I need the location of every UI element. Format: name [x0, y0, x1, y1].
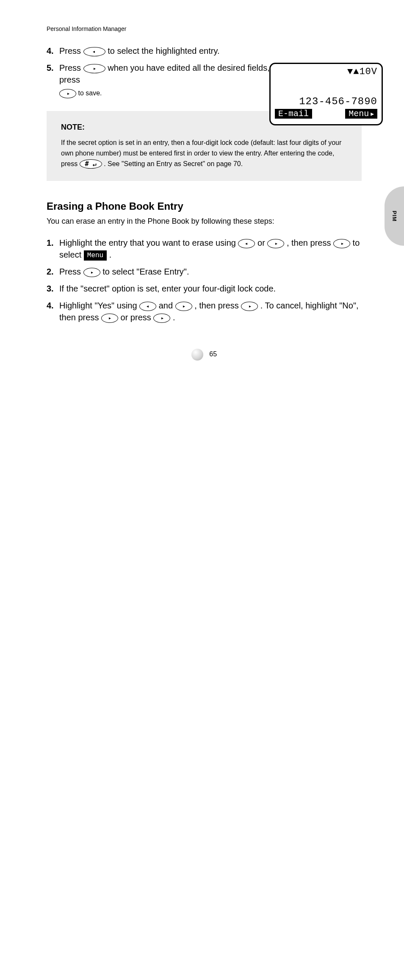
erase-step-4: 4. Highlight "Yes" using and , then pres… [47, 300, 362, 323]
page-dot-icon [191, 349, 203, 361]
menu-softkey-label: Menu [84, 250, 107, 261]
step-number: 5. [47, 62, 59, 98]
select-button-icon [241, 302, 258, 311]
lcd-screen: ▼▲10V 123-456-7890 E-mail Menu▶ [269, 63, 383, 125]
select-button-icon [101, 314, 118, 323]
step-text: , then press [194, 301, 241, 310]
step-text: Highlight "Yes" using [59, 301, 139, 310]
page-header: Personal Information Manager [47, 25, 362, 32]
page-number: 65 [47, 349, 362, 361]
down-button-icon [267, 239, 284, 248]
lcd-softkey-right: Menu▶ [345, 109, 377, 119]
step-number: 4. [47, 300, 59, 323]
lcd-indicator: ▼▲10V [275, 67, 377, 77]
done-button-icon [59, 89, 76, 98]
step-text: to select the highlighted entry. [108, 46, 219, 56]
up-button-icon [238, 239, 255, 248]
section-title-erase: Erasing a Phone Book Entry [47, 200, 362, 212]
up-button-icon [139, 302, 156, 311]
step-text: Press [59, 63, 83, 72]
erase-step-1: 1. Highlight the entry that you want to … [47, 237, 362, 261]
step-text: Press [59, 46, 83, 56]
step-number: 3. [47, 283, 59, 294]
select-button-icon [83, 268, 100, 277]
back-button-icon [153, 314, 170, 323]
erase-step-2: 2. Press to select "Erase Entry". [47, 266, 362, 278]
lcd-softkey-left: E-mail [275, 109, 312, 119]
step-number: 2. [47, 266, 59, 278]
step-text: or [257, 238, 267, 247]
step-number: 1. [47, 237, 59, 261]
step-text: Highlight the entry that you want to era… [59, 238, 238, 247]
hash-key-icon: # ↵ [80, 159, 102, 169]
step-text: , then press [287, 238, 333, 247]
edit-button-icon [83, 47, 105, 56]
erase-step-3: 3. If the "secret" option is set, enter … [47, 283, 362, 294]
step-text: and [159, 301, 175, 310]
lcd-number: 123-456-7890 [275, 96, 377, 107]
menu-button-icon [333, 239, 350, 248]
step-text: Press [59, 267, 83, 276]
done-button-icon [83, 64, 105, 73]
step-text: . [173, 313, 175, 322]
section-desc: You can erase an entry in the Phone Book… [47, 216, 362, 227]
note-text: . See "Setting an Entry as Secret" on pa… [104, 160, 243, 167]
step-4: 4. Press to select the highlighted entry… [47, 45, 362, 57]
step-number: 4. [47, 45, 59, 57]
step-text: to save. [78, 89, 102, 97]
down-button-icon [175, 302, 192, 311]
step-text: to select "Erase Entry". [102, 267, 189, 276]
step-text: or press [121, 313, 154, 322]
step-text: . [109, 250, 112, 259]
step-text: If the "secret" option is set, enter you… [59, 284, 276, 293]
